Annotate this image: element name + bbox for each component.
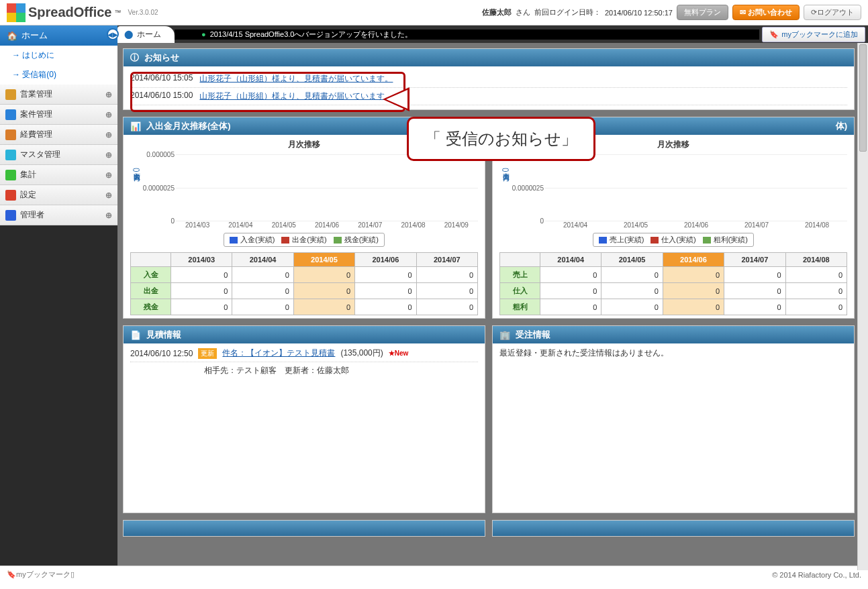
sidebar-item-営業管理[interactable]: 営業管理 ⊕ xyxy=(0,85,117,105)
sidebar-item-icon xyxy=(5,210,16,221)
logout-button[interactable]: ⟳ログアウト xyxy=(804,5,861,20)
sidebar-item-icon xyxy=(5,89,16,100)
sidebar-item-label: 営業管理 xyxy=(20,89,52,100)
sidebar-item-label: 管理者 xyxy=(20,209,44,221)
panel-extra-left xyxy=(123,520,485,537)
sidebar: 🏠 ホーム ◀▶ → はじめに → 受信箱(0) 営業管理 ⊕ 案件管理 ⊕ 経… xyxy=(0,25,117,566)
panel-chart-left-title: 入出金月次推移(全体) xyxy=(146,120,231,132)
panel-notice-body: 2014/06/10 15:05 山形花子（山形組）様より、見積書が届いています… xyxy=(124,66,854,109)
chart-ylabel: 入出金額(万円) xyxy=(130,154,142,229)
panel-chart-right-title: 体) xyxy=(836,120,847,132)
estimate-detail: 相手先：テスト顧客 更新者：佐藤太郎 xyxy=(130,362,478,376)
banner-text: 2013/4/15 SpreadOffie3.0へバージョンアップを行いました。 xyxy=(210,30,413,40)
panel-order: 🏢 受注情報 最近登録・更新された受注情報はありません。 xyxy=(492,325,855,513)
notice-row: 2014/06/10 15:00 山形花子（山形組）様より、見積書が届いています… xyxy=(130,88,847,105)
sidebar-item-マスタ管理[interactable]: マスタ管理 ⊕ xyxy=(0,145,117,165)
expand-icon: ⊕ xyxy=(105,110,112,119)
sidebar-item-icon xyxy=(5,170,16,180)
expand-icon: ⊕ xyxy=(105,191,112,200)
tab-home[interactable]: ⬤ ホーム xyxy=(117,26,175,43)
sidebar-item-label: 経費管理 xyxy=(20,129,52,140)
plan-button[interactable]: 無料プラン xyxy=(677,5,728,20)
chart-icon: 📊 xyxy=(130,121,141,131)
panel-estimate-title: 見積情報 xyxy=(146,329,181,341)
tab-home-icon: ⬤ xyxy=(124,30,133,39)
bookmark-add-label: myブックマークに追加 xyxy=(781,30,858,40)
footer: 🔖 myブックマーク▯ © 2014 Riafactory Co., Ltd. xyxy=(0,566,868,583)
annotation-arrow xyxy=(383,87,409,111)
info-icon: ⓘ xyxy=(130,52,139,64)
app-tm: ™ xyxy=(114,9,121,16)
sidebar-item-集計[interactable]: 集計 ⊕ xyxy=(0,165,117,185)
chart-legend: 入金(実績)出金(実績)残金(実績) xyxy=(130,233,478,247)
panel-order-title: 受注情報 xyxy=(516,329,550,341)
sidebar-item-icon xyxy=(5,190,16,201)
sidebar-sub-inbox[interactable]: → 受信箱(0) xyxy=(0,65,117,85)
expand-icon: ⊕ xyxy=(105,211,112,220)
last-login-value: 2014/06/10 12:50:17 xyxy=(605,9,673,17)
scrollbar[interactable] xyxy=(857,43,868,570)
scrollbar-thumb[interactable] xyxy=(859,44,867,152)
panel-estimate-body: 2014/06/10 12:50 更新 件名：【イオン】テスト見積書 (135,… xyxy=(124,343,485,380)
app-name: SpreadOffice xyxy=(28,5,111,20)
expand-icon: ⊕ xyxy=(105,170,112,180)
sidebar-item-案件管理[interactable]: 案件管理 ⊕ xyxy=(0,105,117,125)
home-icon: 🏠 xyxy=(7,31,17,41)
estimate-amount: (135,000円) xyxy=(340,347,383,359)
top-bar: SpreadOffice™ Ver.3.0.02 佐藤太郎 さん 前回ログイン日… xyxy=(0,0,868,25)
bookmark-add-button[interactable]: 🔖 myブックマークに追加 xyxy=(762,27,865,42)
doc-icon: 📄 xyxy=(130,330,141,340)
contact-button[interactable]: ✉ お問い合わせ xyxy=(732,5,800,20)
sidebar-item-icon xyxy=(5,129,16,140)
estimate-link[interactable]: 件名：【イオン】テスト見積書 xyxy=(222,347,335,359)
notice-ts: 2014/06/10 15:05 xyxy=(130,73,193,85)
notice-row: 2014/06/10 15:05 山形花子（山形組）様より、見積書が届いています… xyxy=(130,70,847,88)
logo-icon xyxy=(7,3,26,22)
expand-icon: ⊕ xyxy=(105,90,112,99)
sidebar-item-label: マスタ管理 xyxy=(20,149,60,160)
footer-bookmark[interactable]: myブックマーク▯ xyxy=(16,570,75,580)
tab-home-label: ホーム xyxy=(137,29,161,40)
sidebar-home-label: ホーム xyxy=(21,30,48,42)
expand-icon: ⊕ xyxy=(105,130,112,140)
sidebar-item-管理者[interactable]: 管理者 ⊕ xyxy=(0,205,117,225)
notice-link[interactable]: 山形花子（山形組）様より、見積書が届いています。 xyxy=(199,73,393,85)
content-area: ⬤ ホーム ● 2013/4/15 SpreadOffie3.0へバージョンアッ… xyxy=(117,25,868,566)
banner-icon: ● xyxy=(201,30,206,38)
panel-notice: ⓘ お知らせ 2014/06/10 15:05 山形花子（山形組）様より、見積書… xyxy=(123,48,855,110)
expand-icon: ⊕ xyxy=(105,150,112,160)
sidebar-sub-intro[interactable]: → はじめに xyxy=(0,46,117,65)
banner: ● 2013/4/15 SpreadOffie3.0へバージョンアップを行いまし… xyxy=(175,30,759,40)
sidebar-sub-label: はじめに xyxy=(22,50,54,60)
sidebar-item-icon xyxy=(5,150,16,160)
sidebar-item-label: 集計 xyxy=(20,169,36,180)
user-name: 佐藤太郎 xyxy=(482,7,512,17)
app-version: Ver.3.0.02 xyxy=(128,9,158,16)
panel-estimate-head: 📄 見積情報 xyxy=(124,326,485,343)
update-badge: 更新 xyxy=(198,348,217,359)
chart-plot-area: 00.00000250.000005 xyxy=(176,154,478,221)
chart-left: 月次推移 入出金額(万円) 00.00000250.000005 2014/03… xyxy=(124,135,485,318)
panel-order-body: 最近登録・更新された受注情報はありません。 xyxy=(493,343,854,363)
notice-ts: 2014/06/10 15:00 xyxy=(130,91,193,102)
order-empty: 最近登録・更新された受注情報はありません。 xyxy=(499,348,669,358)
sidebar-item-label: 案件管理 xyxy=(20,109,52,120)
app-logo: SpreadOffice™ Ver.3.0.02 xyxy=(7,3,158,22)
collapse-icon[interactable]: ◀▶ xyxy=(107,28,119,40)
chart-ylabel: 売上高(万円) xyxy=(499,154,512,229)
annotation-callout-text: 「 受信のお知らせ」 xyxy=(425,129,577,148)
sidebar-item-label: 設定 xyxy=(20,189,36,201)
chart-xcats: 2014/042014/052014/062014/072014/08 xyxy=(512,221,847,229)
sidebar-item-経費管理[interactable]: 経費管理 ⊕ xyxy=(0,125,117,145)
panel-estimate: 📄 見積情報 2014/06/10 12:50 更新 件名：【イオン】テスト見積… xyxy=(123,325,485,513)
sidebar-item-設定[interactable]: 設定 ⊕ xyxy=(0,185,117,205)
sidebar-sub-label: 受信箱(0) xyxy=(22,70,56,79)
sidebar-home[interactable]: 🏠 ホーム ◀▶ xyxy=(0,25,117,46)
building-icon: 🏢 xyxy=(499,330,510,340)
last-login-label: 前回ログイン日時： xyxy=(534,7,601,17)
footer-bookmark-icon: 🔖 xyxy=(7,570,16,579)
estimate-ts: 2014/06/10 12:50 xyxy=(130,349,193,358)
content-tabbar: ⬤ ホーム ● 2013/4/15 SpreadOffie3.0へバージョンアッ… xyxy=(117,25,868,43)
panel-notice-title: お知らせ xyxy=(144,52,179,64)
notice-link[interactable]: 山形花子（山形組）様より、見積書が届いています。 xyxy=(199,91,393,102)
